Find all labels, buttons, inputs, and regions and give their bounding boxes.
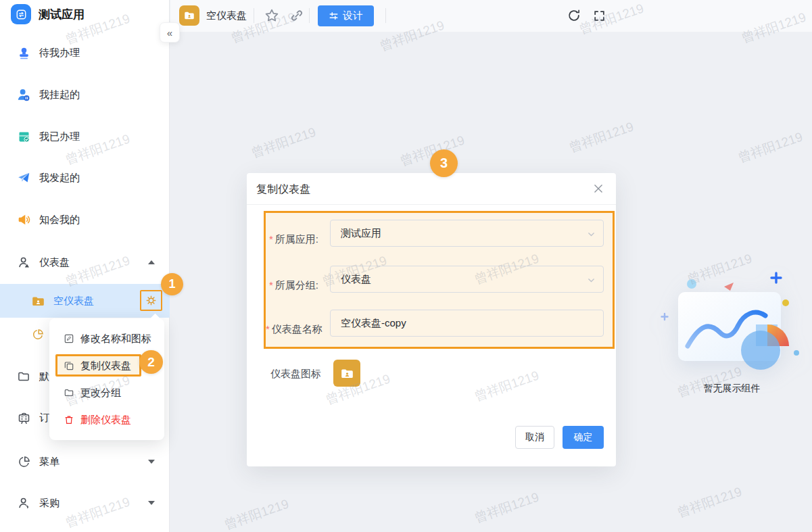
gear-icon[interactable] (145, 295, 157, 306)
cancel-button[interactable]: 取消 (515, 426, 554, 449)
sidebar-item-notified[interactable]: 知会我的 (0, 206, 170, 233)
stamp-icon (16, 45, 31, 60)
sidebar-item-todo[interactable]: 待我办理 (0, 39, 170, 66)
sidebar-group-label: 菜单 (39, 456, 59, 468)
dialog-title: 复制仪表盘 (256, 183, 310, 197)
empty-state: 暂无展示组件 (659, 265, 805, 395)
copy-dashboard-dialog: 复制仪表盘 *所属应用: 测试应用 *所属分组: 仪表盘 *仪表盘名称 仪表盘图… (247, 173, 616, 466)
app-logo-icon (11, 4, 31, 24)
sidebar-item-empty-dashboard[interactable]: 空仪表盘 (0, 284, 170, 318)
link-icon[interactable] (287, 5, 307, 26)
sidebar-collapse-button[interactable]: « (160, 22, 180, 43)
sidebar-group-dashboard[interactable]: 仪表盘 (0, 249, 170, 276)
design-button-label: 设计 (343, 9, 363, 22)
sidebar-item-label: 空仪表盘 (53, 295, 94, 308)
select-value: 仪表盘 (341, 273, 371, 286)
field-label: *所属应用: (269, 233, 318, 246)
design-button[interactable]: 设计 (318, 5, 374, 26)
board-icon (16, 410, 31, 425)
sidebar-group-menu[interactable]: 菜单 (0, 448, 170, 475)
topbar: 空仪表盘 设计 (170, 0, 812, 32)
sidebar-group-label: 采购 (39, 497, 59, 510)
annotation-badge-2: 2 (139, 350, 163, 374)
app-header[interactable]: 测试应用 (11, 4, 85, 24)
user-pause-icon (16, 87, 31, 102)
sliders-icon (329, 11, 339, 21)
sidebar-item-label: 待我办理 (39, 47, 80, 59)
person-icon (16, 495, 31, 510)
caret-up-icon[interactable] (148, 260, 155, 264)
dashboard-folder-icon (179, 5, 199, 26)
trash-icon (64, 414, 74, 425)
menu-item-label: 修改名称和图标 (80, 333, 151, 345)
sidebar: 测试应用 待我办理 我挂起的 我已办理 我发起的 知会我的 仪表 (0, 0, 170, 532)
pie-outline-icon (16, 454, 31, 469)
confirm-button[interactable]: 确定 (563, 426, 604, 449)
folder-icon (64, 387, 74, 398)
caret-down-icon[interactable] (148, 501, 155, 505)
folder-icon (16, 369, 31, 384)
divider (385, 8, 386, 23)
required-mark: * (269, 279, 273, 291)
sidebar-item-label: 知会我的 (39, 214, 80, 226)
required-mark: * (269, 233, 273, 245)
sidebar-group-purchase[interactable]: 采购 (0, 489, 170, 516)
group-select[interactable]: 仪表盘 (330, 266, 604, 293)
page-title: 空仪表盘 (206, 9, 247, 22)
sidebar-item-label: 我发起的 (39, 172, 80, 185)
sidebar-item-initiated[interactable]: 我发起的 (0, 164, 170, 191)
folder-contact-icon (30, 293, 45, 308)
sidebar-item-label: 我已办理 (39, 130, 80, 143)
menu-item-rename[interactable]: 修改名称和图标 (49, 325, 164, 352)
dialog-header: 复制仪表盘 (247, 173, 616, 205)
sidebar-group-label: 仪表盘 (39, 256, 70, 269)
paper-plane-icon (16, 170, 31, 185)
refresh-icon[interactable] (564, 5, 584, 26)
annotation-badge-3: 3 (430, 149, 458, 177)
select-value: 测试应用 (341, 227, 381, 240)
sidebar-item-done[interactable]: 我已办理 (0, 123, 170, 150)
person-badge-icon (16, 255, 31, 270)
folder-contact-icon (340, 366, 354, 381)
dashboard-context-menu: 修改名称和图标 复制仪表盘 更改分组 删除仪表盘 (49, 318, 164, 440)
sidebar-item-label: 我挂起的 (39, 89, 80, 101)
dashboard-empty-illustration (659, 265, 805, 373)
megaphone-icon (16, 212, 31, 227)
edit-icon (64, 333, 74, 344)
sidebar-item-suspended[interactable]: 我挂起的 (0, 81, 170, 108)
fullscreen-icon[interactable] (589, 5, 609, 26)
app-title: 测试应用 (39, 7, 85, 22)
empty-state-text: 暂无展示组件 (659, 383, 805, 395)
menu-item-label: 复制仪表盘 (80, 360, 131, 372)
divider (309, 8, 310, 23)
close-icon[interactable] (592, 183, 604, 195)
field-label: *仪表盘名称 (266, 323, 323, 336)
inbox-check-icon (16, 129, 31, 144)
chevron-down-icon (587, 275, 596, 287)
annotation-box-gear (140, 290, 162, 311)
dashboard-name-input[interactable] (330, 310, 604, 337)
menu-item-label: 更改分组 (80, 387, 121, 400)
caret-down-icon[interactable] (148, 460, 155, 464)
app-select[interactable]: 测试应用 (330, 220, 604, 247)
field-label-icon: 仪表盘图标 (270, 368, 321, 381)
menu-item-change-group[interactable]: 更改分组 (49, 379, 164, 406)
field-label: *所属分组: (269, 279, 318, 292)
copy-icon (64, 360, 74, 371)
divider (254, 8, 254, 23)
menu-item-delete[interactable]: 删除仪表盘 (49, 406, 164, 433)
chevron-down-icon (587, 229, 596, 241)
dashboard-icon-picker[interactable] (333, 360, 360, 387)
annotation-badge-1: 1 (161, 273, 183, 295)
collapse-icon: « (167, 27, 172, 39)
pie-gold-icon (30, 327, 45, 342)
required-mark: * (266, 323, 270, 335)
star-icon[interactable] (262, 5, 282, 26)
menu-item-label: 删除仪表盘 (80, 414, 131, 427)
